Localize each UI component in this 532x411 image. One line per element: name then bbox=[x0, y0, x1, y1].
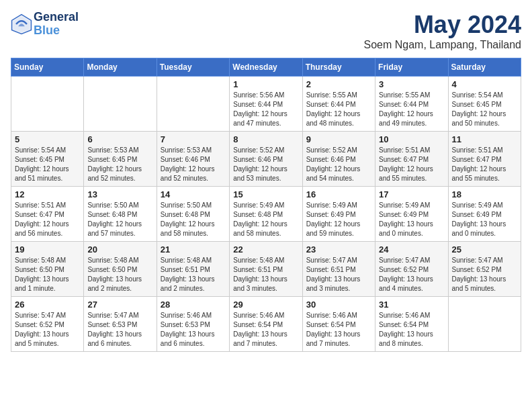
calendar-cell: 15Sunrise: 5:49 AM Sunset: 6:48 PM Dayli… bbox=[230, 187, 302, 242]
day-info: Sunrise: 5:47 AM Sunset: 6:52 PM Dayligh… bbox=[452, 256, 517, 293]
day-info: Sunrise: 5:53 AM Sunset: 6:46 PM Dayligh… bbox=[161, 146, 226, 183]
calendar-cell: 22Sunrise: 5:48 AM Sunset: 6:51 PM Dayli… bbox=[230, 242, 302, 297]
calendar-cell: 2Sunrise: 5:55 AM Sunset: 6:44 PM Daylig… bbox=[302, 77, 375, 132]
calendar-cell: 30Sunrise: 5:46 AM Sunset: 6:54 PM Dayli… bbox=[302, 297, 375, 352]
week-row-5: 26Sunrise: 5:47 AM Sunset: 6:52 PM Dayli… bbox=[11, 297, 521, 352]
day-info: Sunrise: 5:48 AM Sunset: 6:51 PM Dayligh… bbox=[161, 256, 226, 293]
day-number: 31 bbox=[379, 300, 444, 310]
calendar-cell bbox=[84, 77, 157, 132]
weekday-sunday: Sunday bbox=[11, 58, 84, 77]
location: Soem Ngam, Lampang, Thailand bbox=[363, 39, 521, 51]
weekday-header: SundayMondayTuesdayWednesdayThursdayFrid… bbox=[11, 58, 521, 77]
calendar-cell: 19Sunrise: 5:48 AM Sunset: 6:50 PM Dayli… bbox=[11, 242, 84, 297]
day-number: 2 bbox=[306, 79, 371, 89]
day-number: 23 bbox=[306, 244, 371, 255]
day-info: Sunrise: 5:47 AM Sunset: 6:52 PM Dayligh… bbox=[15, 311, 80, 349]
weekday-monday: Monday bbox=[84, 58, 157, 77]
calendar-cell: 29Sunrise: 5:46 AM Sunset: 6:54 PM Dayli… bbox=[230, 297, 302, 352]
day-info: Sunrise: 5:50 AM Sunset: 6:48 PM Dayligh… bbox=[87, 201, 152, 238]
month-title: May 2024 bbox=[363, 11, 521, 39]
day-number: 3 bbox=[379, 79, 444, 89]
calendar-cell: 4Sunrise: 5:54 AM Sunset: 6:45 PM Daylig… bbox=[448, 77, 521, 132]
day-info: Sunrise: 5:52 AM Sunset: 6:46 PM Dayligh… bbox=[233, 146, 298, 183]
day-info: Sunrise: 5:48 AM Sunset: 6:50 PM Dayligh… bbox=[15, 256, 80, 293]
day-number: 21 bbox=[161, 244, 226, 255]
calendar-cell: 10Sunrise: 5:51 AM Sunset: 6:47 PM Dayli… bbox=[375, 132, 448, 187]
calendar-cell: 21Sunrise: 5:48 AM Sunset: 6:51 PM Dayli… bbox=[157, 242, 229, 297]
calendar-body: 1Sunrise: 5:56 AM Sunset: 6:44 PM Daylig… bbox=[11, 77, 521, 352]
day-info: Sunrise: 5:47 AM Sunset: 6:52 PM Dayligh… bbox=[379, 256, 444, 293]
calendar-cell bbox=[448, 297, 521, 352]
day-number: 25 bbox=[452, 244, 517, 255]
calendar-cell: 20Sunrise: 5:48 AM Sunset: 6:50 PM Dayli… bbox=[84, 242, 157, 297]
logo: General Blue bbox=[11, 11, 79, 38]
day-number: 14 bbox=[161, 189, 226, 199]
logo-icon bbox=[11, 13, 32, 35]
day-info: Sunrise: 5:49 AM Sunset: 6:49 PM Dayligh… bbox=[379, 201, 444, 238]
day-info: Sunrise: 5:46 AM Sunset: 6:54 PM Dayligh… bbox=[233, 311, 298, 349]
logo-line2: Blue bbox=[34, 24, 79, 38]
day-number: 6 bbox=[87, 134, 152, 144]
calendar-cell: 9Sunrise: 5:52 AM Sunset: 6:46 PM Daylig… bbox=[302, 132, 375, 187]
calendar-cell bbox=[11, 77, 84, 132]
day-number: 8 bbox=[233, 134, 298, 144]
day-number: 15 bbox=[233, 189, 298, 199]
day-number: 30 bbox=[306, 300, 371, 310]
calendar-cell: 18Sunrise: 5:49 AM Sunset: 6:49 PM Dayli… bbox=[448, 187, 521, 242]
day-info: Sunrise: 5:46 AM Sunset: 6:53 PM Dayligh… bbox=[161, 311, 226, 349]
day-info: Sunrise: 5:46 AM Sunset: 6:54 PM Dayligh… bbox=[306, 311, 371, 349]
weekday-wednesday: Wednesday bbox=[230, 58, 302, 77]
day-number: 29 bbox=[233, 300, 298, 310]
day-info: Sunrise: 5:48 AM Sunset: 6:51 PM Dayligh… bbox=[233, 256, 298, 293]
calendar-cell: 8Sunrise: 5:52 AM Sunset: 6:46 PM Daylig… bbox=[230, 132, 302, 187]
calendar: SundayMondayTuesdayWednesdayThursdayFrid… bbox=[11, 58, 521, 352]
calendar-cell: 11Sunrise: 5:51 AM Sunset: 6:47 PM Dayli… bbox=[448, 132, 521, 187]
day-info: Sunrise: 5:51 AM Sunset: 6:47 PM Dayligh… bbox=[15, 201, 80, 238]
day-info: Sunrise: 5:48 AM Sunset: 6:50 PM Dayligh… bbox=[87, 256, 152, 293]
day-info: Sunrise: 5:55 AM Sunset: 6:44 PM Dayligh… bbox=[306, 91, 371, 128]
calendar-cell: 27Sunrise: 5:47 AM Sunset: 6:53 PM Dayli… bbox=[84, 297, 157, 352]
calendar-cell: 12Sunrise: 5:51 AM Sunset: 6:47 PM Dayli… bbox=[11, 187, 84, 242]
calendar-cell: 3Sunrise: 5:55 AM Sunset: 6:44 PM Daylig… bbox=[375, 77, 448, 132]
day-number: 16 bbox=[306, 189, 371, 199]
week-row-2: 5Sunrise: 5:54 AM Sunset: 6:45 PM Daylig… bbox=[11, 132, 521, 187]
day-number: 22 bbox=[233, 244, 298, 255]
day-info: Sunrise: 5:56 AM Sunset: 6:44 PM Dayligh… bbox=[233, 91, 298, 128]
day-number: 26 bbox=[15, 300, 80, 310]
week-row-3: 12Sunrise: 5:51 AM Sunset: 6:47 PM Dayli… bbox=[11, 187, 521, 242]
day-info: Sunrise: 5:49 AM Sunset: 6:48 PM Dayligh… bbox=[233, 201, 298, 238]
day-info: Sunrise: 5:49 AM Sunset: 6:49 PM Dayligh… bbox=[452, 201, 517, 238]
day-number: 18 bbox=[452, 189, 517, 199]
day-number: 19 bbox=[15, 244, 80, 255]
page-header: General Blue May 2024 Soem Ngam, Lampang… bbox=[11, 11, 521, 51]
title-block: May 2024 Soem Ngam, Lampang, Thailand bbox=[363, 11, 521, 51]
calendar-cell: 16Sunrise: 5:49 AM Sunset: 6:49 PM Dayli… bbox=[302, 187, 375, 242]
day-number: 20 bbox=[87, 244, 152, 255]
week-row-1: 1Sunrise: 5:56 AM Sunset: 6:44 PM Daylig… bbox=[11, 77, 521, 132]
day-number: 10 bbox=[379, 134, 444, 144]
day-number: 4 bbox=[452, 79, 517, 89]
day-info: Sunrise: 5:53 AM Sunset: 6:45 PM Dayligh… bbox=[87, 146, 152, 183]
week-row-4: 19Sunrise: 5:48 AM Sunset: 6:50 PM Dayli… bbox=[11, 242, 521, 297]
calendar-cell: 26Sunrise: 5:47 AM Sunset: 6:52 PM Dayli… bbox=[11, 297, 84, 352]
calendar-cell: 14Sunrise: 5:50 AM Sunset: 6:48 PM Dayli… bbox=[157, 187, 229, 242]
calendar-cell: 13Sunrise: 5:50 AM Sunset: 6:48 PM Dayli… bbox=[84, 187, 157, 242]
weekday-saturday: Saturday bbox=[448, 58, 521, 77]
calendar-cell: 1Sunrise: 5:56 AM Sunset: 6:44 PM Daylig… bbox=[230, 77, 302, 132]
calendar-cell: 24Sunrise: 5:47 AM Sunset: 6:52 PM Dayli… bbox=[375, 242, 448, 297]
day-info: Sunrise: 5:54 AM Sunset: 6:45 PM Dayligh… bbox=[15, 146, 80, 183]
day-info: Sunrise: 5:55 AM Sunset: 6:44 PM Dayligh… bbox=[379, 91, 444, 128]
calendar-cell: 25Sunrise: 5:47 AM Sunset: 6:52 PM Dayli… bbox=[448, 242, 521, 297]
day-info: Sunrise: 5:51 AM Sunset: 6:47 PM Dayligh… bbox=[379, 146, 444, 183]
calendar-cell: 6Sunrise: 5:53 AM Sunset: 6:45 PM Daylig… bbox=[84, 132, 157, 187]
day-number: 13 bbox=[87, 189, 152, 199]
day-info: Sunrise: 5:54 AM Sunset: 6:45 PM Dayligh… bbox=[452, 91, 517, 128]
day-number: 27 bbox=[87, 300, 152, 310]
calendar-cell: 17Sunrise: 5:49 AM Sunset: 6:49 PM Dayli… bbox=[375, 187, 448, 242]
day-number: 11 bbox=[452, 134, 517, 144]
calendar-cell: 23Sunrise: 5:47 AM Sunset: 6:51 PM Dayli… bbox=[302, 242, 375, 297]
day-info: Sunrise: 5:46 AM Sunset: 6:54 PM Dayligh… bbox=[379, 311, 444, 349]
calendar-cell: 5Sunrise: 5:54 AM Sunset: 6:45 PM Daylig… bbox=[11, 132, 84, 187]
day-number: 9 bbox=[306, 134, 371, 144]
day-info: Sunrise: 5:50 AM Sunset: 6:48 PM Dayligh… bbox=[161, 201, 226, 238]
